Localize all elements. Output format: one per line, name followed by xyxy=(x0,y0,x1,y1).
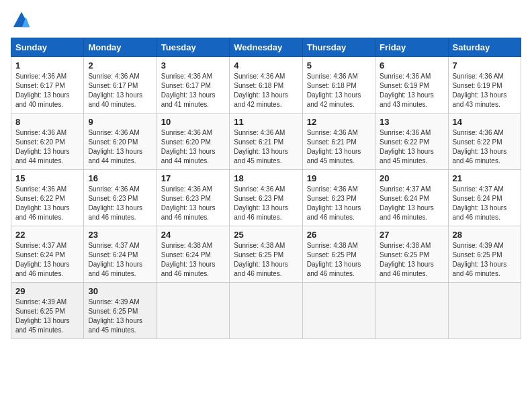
calendar-cell: 21Sunrise: 4:37 AMSunset: 6:24 PMDayligh… xyxy=(448,170,521,226)
weekday-header-thursday: Thursday xyxy=(302,38,375,57)
calendar-header-row: SundayMondayTuesdayWednesdayThursdayFrid… xyxy=(11,38,521,57)
day-info: Sunrise: 4:36 AMSunset: 6:22 PMDaylight:… xyxy=(15,185,79,222)
day-info: Sunrise: 4:36 AMSunset: 6:23 PMDaylight:… xyxy=(307,185,371,222)
calendar-cell: 19Sunrise: 4:36 AMSunset: 6:23 PMDayligh… xyxy=(302,170,375,226)
day-number: 22 xyxy=(15,230,79,240)
logo-icon xyxy=(12,11,31,30)
day-info: Sunrise: 4:38 AMSunset: 6:25 PMDaylight:… xyxy=(307,241,371,279)
calendar-cell: 12Sunrise: 4:36 AMSunset: 6:21 PMDayligh… xyxy=(302,113,375,170)
day-number: 30 xyxy=(88,286,152,296)
calendar-cell: 2Sunrise: 4:36 AMSunset: 6:17 PMDaylight… xyxy=(84,57,157,113)
day-number: 29 xyxy=(15,286,79,296)
calendar-cell: 5Sunrise: 4:36 AMSunset: 6:18 PMDaylight… xyxy=(302,57,375,113)
calendar-cell: 17Sunrise: 4:36 AMSunset: 6:23 PMDayligh… xyxy=(157,170,229,226)
day-number: 16 xyxy=(88,173,152,183)
day-info: Sunrise: 4:36 AMSunset: 6:17 PMDaylight:… xyxy=(15,72,79,109)
day-number: 27 xyxy=(380,230,443,240)
calendar-cell: 15Sunrise: 4:36 AMSunset: 6:22 PMDayligh… xyxy=(11,170,84,226)
day-number: 13 xyxy=(380,117,443,127)
calendar-cell: 20Sunrise: 4:37 AMSunset: 6:24 PMDayligh… xyxy=(375,170,448,226)
day-info: Sunrise: 4:36 AMSunset: 6:21 PMDaylight:… xyxy=(234,128,298,166)
day-number: 4 xyxy=(234,60,298,71)
day-number: 15 xyxy=(15,173,79,183)
day-number: 28 xyxy=(453,230,517,240)
day-info: Sunrise: 4:36 AMSunset: 6:20 PMDaylight:… xyxy=(88,128,152,166)
day-number: 9 xyxy=(88,117,152,127)
calendar-cell xyxy=(302,283,375,339)
day-number: 6 xyxy=(380,60,443,71)
day-info: Sunrise: 4:37 AMSunset: 6:24 PMDaylight:… xyxy=(380,185,443,222)
weekday-header-sunday: Sunday xyxy=(11,38,84,57)
day-number: 2 xyxy=(88,60,152,71)
day-info: Sunrise: 4:37 AMSunset: 6:24 PMDaylight:… xyxy=(453,185,517,222)
calendar-cell: 18Sunrise: 4:36 AMSunset: 6:23 PMDayligh… xyxy=(230,170,302,226)
day-info: Sunrise: 4:39 AMSunset: 6:25 PMDaylight:… xyxy=(453,241,517,279)
day-number: 26 xyxy=(307,230,371,240)
day-number: 25 xyxy=(234,230,298,240)
day-number: 12 xyxy=(307,117,371,127)
day-number: 21 xyxy=(453,173,517,183)
calendar-cell: 10Sunrise: 4:36 AMSunset: 6:20 PMDayligh… xyxy=(157,113,229,170)
day-number: 19 xyxy=(307,173,371,183)
calendar-cell: 16Sunrise: 4:36 AMSunset: 6:23 PMDayligh… xyxy=(84,170,157,226)
day-info: Sunrise: 4:36 AMSunset: 6:23 PMDaylight:… xyxy=(88,185,152,222)
calendar-week-row: 8Sunrise: 4:36 AMSunset: 6:20 PMDaylight… xyxy=(11,113,521,170)
day-number: 14 xyxy=(453,117,517,127)
calendar-cell: 7Sunrise: 4:36 AMSunset: 6:19 PMDaylight… xyxy=(448,57,521,113)
calendar-cell: 1Sunrise: 4:36 AMSunset: 6:17 PMDaylight… xyxy=(11,57,84,113)
weekday-header-friday: Friday xyxy=(375,38,448,57)
calendar-week-row: 15Sunrise: 4:36 AMSunset: 6:22 PMDayligh… xyxy=(11,170,521,226)
calendar-week-row: 22Sunrise: 4:37 AMSunset: 6:24 PMDayligh… xyxy=(11,226,521,283)
day-info: Sunrise: 4:37 AMSunset: 6:24 PMDaylight:… xyxy=(15,241,79,279)
day-info: Sunrise: 4:36 AMSunset: 6:20 PMDaylight:… xyxy=(161,128,225,166)
day-info: Sunrise: 4:36 AMSunset: 6:23 PMDaylight:… xyxy=(161,185,225,222)
day-info: Sunrise: 4:39 AMSunset: 6:25 PMDaylight:… xyxy=(15,298,79,335)
calendar-cell: 4Sunrise: 4:36 AMSunset: 6:18 PMDaylight… xyxy=(230,57,302,113)
day-info: Sunrise: 4:39 AMSunset: 6:25 PMDaylight:… xyxy=(88,298,152,335)
calendar-cell xyxy=(157,283,229,339)
day-number: 10 xyxy=(161,117,225,127)
weekday-header-monday: Monday xyxy=(84,38,157,57)
day-info: Sunrise: 4:36 AMSunset: 6:17 PMDaylight:… xyxy=(88,72,152,109)
calendar-table: SundayMondayTuesdayWednesdayThursdayFrid… xyxy=(11,38,521,339)
day-info: Sunrise: 4:36 AMSunset: 6:19 PMDaylight:… xyxy=(380,72,443,109)
day-number: 18 xyxy=(234,173,298,183)
calendar-cell xyxy=(375,283,448,339)
day-number: 11 xyxy=(234,117,298,127)
calendar-cell: 6Sunrise: 4:36 AMSunset: 6:19 PMDaylight… xyxy=(375,57,448,113)
calendar-cell: 9Sunrise: 4:36 AMSunset: 6:20 PMDaylight… xyxy=(84,113,157,170)
day-number: 23 xyxy=(88,230,152,240)
day-info: Sunrise: 4:37 AMSunset: 6:24 PMDaylight:… xyxy=(88,241,152,279)
day-info: Sunrise: 4:36 AMSunset: 6:18 PMDaylight:… xyxy=(234,72,298,109)
day-info: Sunrise: 4:36 AMSunset: 6:22 PMDaylight:… xyxy=(380,128,443,166)
day-info: Sunrise: 4:36 AMSunset: 6:17 PMDaylight:… xyxy=(161,72,225,109)
day-number: 3 xyxy=(161,60,225,71)
calendar-cell: 24Sunrise: 4:38 AMSunset: 6:24 PMDayligh… xyxy=(157,226,229,283)
logo xyxy=(11,11,31,30)
day-info: Sunrise: 4:36 AMSunset: 6:22 PMDaylight:… xyxy=(453,128,517,166)
day-number: 8 xyxy=(15,117,79,127)
calendar-week-row: 1Sunrise: 4:36 AMSunset: 6:17 PMDaylight… xyxy=(11,57,521,113)
day-info: Sunrise: 4:38 AMSunset: 6:24 PMDaylight:… xyxy=(161,241,225,279)
day-number: 17 xyxy=(161,173,225,183)
day-number: 24 xyxy=(161,230,225,240)
calendar-cell: 8Sunrise: 4:36 AMSunset: 6:20 PMDaylight… xyxy=(11,113,84,170)
calendar-cell: 23Sunrise: 4:37 AMSunset: 6:24 PMDayligh… xyxy=(84,226,157,283)
calendar-cell: 27Sunrise: 4:38 AMSunset: 6:25 PMDayligh… xyxy=(375,226,448,283)
weekday-header-saturday: Saturday xyxy=(448,38,521,57)
day-info: Sunrise: 4:36 AMSunset: 6:20 PMDaylight:… xyxy=(15,128,79,166)
calendar-cell: 14Sunrise: 4:36 AMSunset: 6:22 PMDayligh… xyxy=(448,113,521,170)
calendar-cell: 13Sunrise: 4:36 AMSunset: 6:22 PMDayligh… xyxy=(375,113,448,170)
calendar-cell: 29Sunrise: 4:39 AMSunset: 6:25 PMDayligh… xyxy=(11,283,84,339)
day-number: 5 xyxy=(307,60,371,71)
day-number: 7 xyxy=(453,60,517,71)
calendar-cell xyxy=(230,283,302,339)
calendar-cell: 3Sunrise: 4:36 AMSunset: 6:17 PMDaylight… xyxy=(157,57,229,113)
day-info: Sunrise: 4:36 AMSunset: 6:23 PMDaylight:… xyxy=(234,185,298,222)
day-info: Sunrise: 4:38 AMSunset: 6:25 PMDaylight:… xyxy=(234,241,298,279)
calendar-cell: 25Sunrise: 4:38 AMSunset: 6:25 PMDayligh… xyxy=(230,226,302,283)
calendar-week-row: 29Sunrise: 4:39 AMSunset: 6:25 PMDayligh… xyxy=(11,283,521,339)
day-number: 20 xyxy=(380,173,443,183)
calendar-cell: 22Sunrise: 4:37 AMSunset: 6:24 PMDayligh… xyxy=(11,226,84,283)
page-header xyxy=(11,11,521,30)
